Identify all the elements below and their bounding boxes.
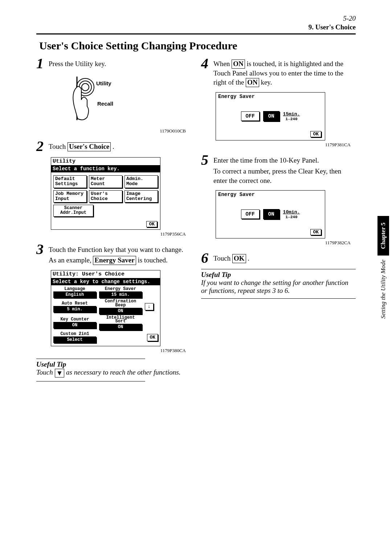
users-choice-button[interactable]: User's Choice	[89, 190, 122, 203]
step-6: 6 Touch OK .	[201, 251, 356, 265]
confirmation-beep-setting[interactable]: Confirmation BeepON	[99, 299, 142, 314]
users-choice-button-ref: User's Choice	[68, 142, 111, 151]
step-number: 2	[36, 139, 44, 154]
step-2: 2 Touch User's Choice .	[36, 139, 191, 154]
step-text: Touch OK .	[213, 251, 249, 265]
header-rule	[36, 33, 356, 34]
energy-saver-screen: Energy Saver OFF ON 15min. 1-240 OK	[216, 92, 325, 140]
screen-banner: Select a function key.	[51, 165, 160, 172]
figure-code: 1179P380CA	[36, 348, 191, 354]
screen-title: Energy Saver	[216, 191, 257, 199]
step-text: Touch User's Choice .	[49, 139, 114, 153]
ok-button-ref: OK	[232, 254, 246, 263]
energy-saver-button-ref: Energy Saver	[93, 256, 136, 265]
figure-code: 1179P356CA	[36, 231, 191, 237]
screen-title: Energy Saver	[216, 93, 257, 101]
default-settings-button[interactable]: Default Settings	[53, 175, 87, 188]
down-triangle-icon: ▼	[55, 369, 65, 377]
step-text: Press the Utility key.	[49, 56, 106, 70]
figure-code: 1179P382CA	[201, 240, 356, 246]
ok-button[interactable]: OK	[146, 221, 157, 227]
screen-title: Utility: User's Choice	[51, 270, 160, 278]
intelligent-sort-setting[interactable]: Intelligent SortON	[99, 316, 142, 331]
step-number: 5	[201, 153, 208, 167]
job-memory-input-button[interactable]: Job Memory Input	[53, 190, 87, 203]
time-display: 15min. 1-240	[283, 111, 300, 121]
step-text: Touch the Function key that you want to …	[49, 242, 183, 266]
page-number: 5-20	[36, 15, 356, 23]
users-choice-screen: Utility: User's Choice Select a key to c…	[51, 270, 160, 346]
step-number: 3	[36, 242, 44, 257]
step-text: When ON is touched, it is highlighted an…	[213, 56, 356, 89]
off-button[interactable]: OFF	[241, 209, 260, 219]
meter-count-button[interactable]: Meter Count	[89, 175, 122, 188]
admin-mode-button[interactable]: Admin. Mode	[124, 175, 158, 188]
step-number: 1	[36, 56, 44, 71]
tip-rule	[201, 298, 356, 299]
finger-illustration: Utility Recall	[51, 74, 191, 127]
step-5: 5 Enter the time from the 10-Key Panel. …	[201, 153, 356, 187]
svg-point-2	[82, 83, 89, 91]
ok-button[interactable]: OK	[147, 334, 158, 341]
scanner-addr-input-button[interactable]: Scanner Addr.Input	[53, 205, 93, 216]
step-3: 3 Touch the Function key that you want t…	[36, 242, 191, 266]
language-setting[interactable]: LanguageEnglish	[53, 287, 96, 298]
time-display: 10min. 1-240	[283, 209, 300, 219]
section-header: 9. User's Choice	[36, 23, 356, 31]
step-number: 4	[201, 56, 208, 71]
useful-tip-text: If you want to change the setting for an…	[201, 279, 356, 295]
on-button-ref: ON	[246, 78, 259, 87]
chapter-label: Setting the Utility Mode	[379, 256, 388, 323]
ok-button[interactable]: OK	[310, 131, 321, 137]
screen-title: Utility	[51, 158, 160, 165]
useful-tip-title: Useful Tip	[201, 271, 356, 279]
ok-button[interactable]: OK	[310, 229, 321, 235]
custom-2in1-setting[interactable]: Custom 2in1Select	[53, 332, 96, 343]
on-button-ref: ON	[232, 60, 245, 69]
tip-rule	[36, 359, 145, 359]
image-centering-button[interactable]: Image Centering	[124, 190, 158, 203]
tip-rule	[201, 269, 356, 269]
tip-rule	[36, 381, 145, 381]
side-tab: Chapter 5 Setting the Utility Mode	[377, 216, 389, 323]
figure-code: 1179P381CA	[201, 142, 356, 148]
off-button[interactable]: OFF	[241, 111, 260, 121]
step-text: Enter the time from the 10-Key Panel. To…	[213, 153, 356, 187]
screen-banner: Select a key to change settings.	[51, 278, 160, 285]
on-button[interactable]: ON	[263, 209, 279, 219]
auto-reset-setting[interactable]: Auto Reset5 min.	[53, 301, 96, 313]
useful-tip-title: Useful Tip	[36, 360, 191, 368]
recall-label: Recall	[97, 101, 113, 107]
energy-saver-screen: Energy Saver OFF ON 10min. 1-240 OK	[216, 190, 325, 238]
figure-code: 1179O010CB	[36, 128, 191, 134]
utility-label: Utility	[96, 80, 111, 86]
on-button[interactable]: ON	[263, 111, 279, 121]
key-counter-setting[interactable]: Key CounterON	[53, 317, 96, 328]
energy-saver-setting[interactable]: Energy Saver15 min.	[99, 287, 142, 298]
useful-tip-text: Touch ▼ as necessary to reach the other …	[36, 368, 191, 377]
step-4: 4 When ON is touched, it is highlighted …	[201, 56, 356, 89]
utility-screen: Utility Select a function key. Default S…	[51, 157, 160, 230]
down-arrow-button[interactable]: ↓	[145, 303, 154, 310]
page-title: User's Choice Setting Changing Procedure	[39, 40, 356, 52]
step-number: 6	[201, 251, 208, 265]
chapter-tab: Chapter 5	[377, 216, 389, 256]
step-1: 1 Press the Utility key.	[36, 56, 191, 71]
